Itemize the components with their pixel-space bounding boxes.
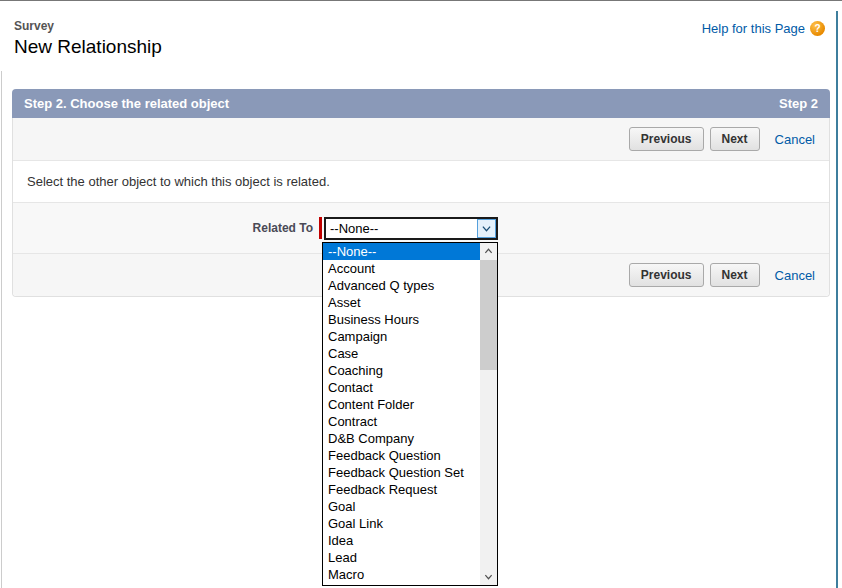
dropdown-scrollbar[interactable] — [480, 243, 497, 585]
dropdown-option[interactable]: Idea — [323, 532, 480, 549]
previous-button[interactable]: Previous — [629, 263, 704, 287]
dropdown-option[interactable]: --None-- — [323, 243, 480, 260]
top-button-row: Previous Next Cancel — [13, 118, 829, 161]
dropdown-option[interactable]: Goal Link — [323, 515, 480, 532]
step-number-label: Step 2 — [779, 96, 818, 111]
scrollbar-down-icon[interactable] — [480, 568, 497, 585]
scrollbar-up-icon[interactable] — [480, 243, 497, 260]
page-left-border — [1, 71, 2, 588]
help-area: Help for this Page ? — [702, 21, 825, 36]
help-question-icon[interactable]: ? — [810, 21, 825, 36]
cancel-link[interactable]: Cancel — [775, 268, 815, 283]
step-section-title: Step 2. Choose the related object — [24, 96, 229, 111]
dropdown-option[interactable]: Content Folder — [323, 396, 480, 413]
page-right-border — [836, 11, 838, 588]
related-to-label: Related To — [13, 221, 313, 235]
chevron-down-icon — [482, 224, 491, 233]
dropdown-option[interactable]: Feedback Question — [323, 447, 480, 464]
step-section-header: Step 2. Choose the related object Step 2 — [12, 89, 830, 118]
dropdown-option[interactable]: Advanced Q types — [323, 277, 480, 294]
dropdown-option[interactable]: Account — [323, 260, 480, 277]
dropdown-option[interactable]: Campaign — [323, 328, 480, 345]
related-to-select-wrap: --None-- --None--AccountAdvanced Q types… — [324, 217, 498, 240]
dropdown-option[interactable]: Feedback Request — [323, 481, 480, 498]
dropdown-option[interactable]: Feedback Question Set — [323, 464, 480, 481]
dropdown-option[interactable]: Case — [323, 345, 480, 362]
cancel-link[interactable]: Cancel — [775, 132, 815, 147]
page-header: Survey New Relationship Help for this Pa… — [0, 1, 842, 60]
dropdown-option[interactable]: Lead — [323, 549, 480, 566]
related-to-dropdown-list: --None--AccountAdvanced Q typesAssetBusi… — [322, 242, 498, 586]
dropdown-options: --None--AccountAdvanced Q typesAssetBusi… — [323, 243, 480, 585]
select-current-value: --None-- — [326, 221, 476, 236]
related-to-select[interactable]: --None-- — [324, 217, 498, 240]
step-section-body: Previous Next Cancel Select the other ob… — [12, 118, 830, 297]
required-indicator — [319, 217, 322, 239]
next-button[interactable]: Next — [710, 127, 760, 151]
step-description: Select the other object to which this ob… — [13, 161, 829, 203]
dropdown-option[interactable]: Asset — [323, 294, 480, 311]
dropdown-option[interactable]: Business Hours — [323, 311, 480, 328]
select-dropdown-button[interactable] — [477, 219, 496, 238]
page-title: New Relationship — [14, 34, 842, 60]
next-button[interactable]: Next — [710, 263, 760, 287]
dropdown-option[interactable]: Goal — [323, 498, 480, 515]
dropdown-option[interactable]: Contact — [323, 379, 480, 396]
dropdown-option[interactable]: Macro — [323, 566, 480, 583]
dropdown-option[interactable]: D&B Company — [323, 430, 480, 447]
dropdown-option[interactable]: Contract — [323, 413, 480, 430]
step-section: Step 2. Choose the related object Step 2… — [12, 89, 830, 297]
scrollbar-thumb[interactable] — [480, 260, 497, 370]
dropdown-option[interactable]: Coaching — [323, 362, 480, 379]
related-to-form-row: Related To --None-- --None--AccountAdvan… — [13, 203, 829, 254]
help-link[interactable]: Help for this Page — [702, 21, 805, 36]
previous-button[interactable]: Previous — [629, 127, 704, 151]
